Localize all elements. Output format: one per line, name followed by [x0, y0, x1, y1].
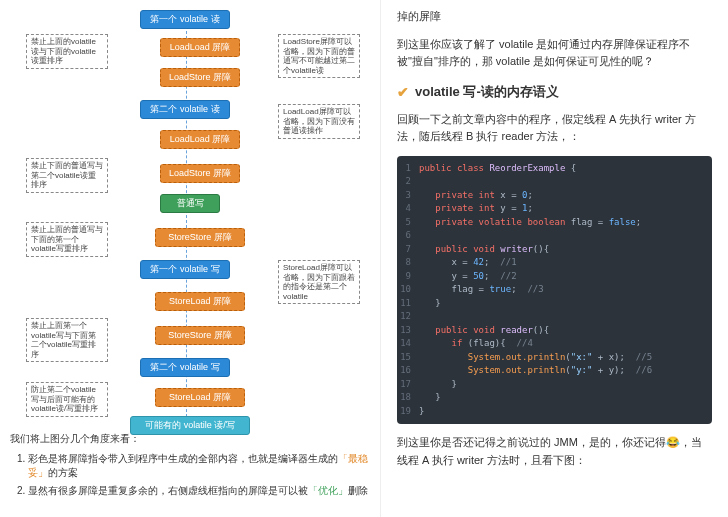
right-p3: 到这里你是否还记得之前说过的 JMM，是的，你还记得😂，当线程 A 执行 wri… — [397, 434, 712, 469]
line-number: 18 — [397, 391, 419, 405]
node-storeload-2: StoreLoad 屏障 — [155, 388, 245, 407]
code-line: 12 — [397, 310, 712, 324]
line-number: 3 — [397, 189, 419, 203]
code-line: 6 — [397, 229, 712, 243]
right-column: 掉的屏障 到这里你应该了解了 volatile 是如何通过内存屏障保证程序不被"… — [380, 0, 728, 517]
line-number: 16 — [397, 364, 419, 378]
check-icon: ✔ — [397, 84, 409, 100]
li1-a: 彩色是将屏障指令带入到程序中生成的全部内容，也就是编译器生成的 — [28, 453, 338, 464]
label-8: 防止第二个volatile写与后面可能有的volatile读/写重排序 — [26, 382, 108, 417]
code-line: 3 private int x = 0; — [397, 189, 712, 203]
code-text: } — [419, 378, 457, 392]
code-line: 11 } — [397, 297, 712, 311]
code-text: } — [419, 297, 441, 311]
label-4: 禁止下面的普通写与第二个volatile读重排序 — [26, 158, 108, 193]
li2-c: 删除 — [348, 485, 368, 496]
line-number: 8 — [397, 256, 419, 270]
code-line: 18 } — [397, 391, 712, 405]
label-5: 禁止上面的普通写与下面的第一个volatile写重排序 — [26, 222, 108, 257]
node-loadload-1: LoadLoad 屏障 — [160, 38, 240, 57]
line-number: 9 — [397, 270, 419, 284]
code-line: 10 flag = true; //3 — [397, 283, 712, 297]
line-number: 6 — [397, 229, 419, 243]
code-line: 17 } — [397, 378, 712, 392]
code-text: System.out.println("y:" + y); //6 — [419, 364, 652, 378]
list-item: 彩色是将屏障指令带入到程序中生成的全部内容，也就是编译器生成的「最稳妥」的方案 — [28, 452, 370, 480]
code-line: 9 y = 50; //2 — [397, 270, 712, 284]
line-number: 14 — [397, 337, 419, 351]
barrier-diagram: 第一个 volatile 读 禁止上面的volatile读与下面的volatil… — [10, 8, 370, 428]
code-text: y = 50; //2 — [419, 270, 517, 284]
node-loadload-2: LoadLoad 屏障 — [160, 130, 240, 149]
code-text: public void writer(){ — [419, 243, 549, 257]
code-text: public class ReorderExample { — [419, 162, 576, 176]
node-possible-volatile-rw: 可能有的 volatile 读/写 — [130, 416, 250, 435]
right-p1: 到这里你应该了解了 volatile 是如何通过内存屏障保证程序不被"擅自"排序… — [397, 36, 712, 71]
code-line: 16 System.out.println("y:" + y); //6 — [397, 364, 712, 378]
label-2: LoadStore屏障可以省略，因为下面的普通写不可能越过第二个volatile… — [278, 34, 360, 78]
line-number: 7 — [397, 243, 419, 257]
label-7: 禁止上面第一个volatile写与下面第二个volatile写重排序 — [26, 318, 108, 362]
code-line: 8 x = 42; //1 — [397, 256, 712, 270]
line-number: 1 — [397, 162, 419, 176]
li1-c: 的方案 — [48, 467, 78, 478]
code-text: x = 42; //1 — [419, 256, 517, 270]
code-text: System.out.println("x:" + x); //5 — [419, 351, 652, 365]
node-loadstore-1: LoadStore 屏障 — [160, 68, 240, 87]
node-normal-write: 普通写 — [160, 194, 220, 213]
right-p0: 掉的屏障 — [397, 8, 712, 26]
line-number: 17 — [397, 378, 419, 392]
code-text: public void reader(){ — [419, 324, 549, 338]
left-column: 第一个 volatile 读 禁止上面的volatile读与下面的volatil… — [0, 0, 380, 517]
left-list: 彩色是将屏障指令带入到程序中生成的全部内容，也就是编译器生成的「最稳妥」的方案 … — [28, 452, 370, 498]
code-line: 13 public void reader(){ — [397, 324, 712, 338]
code-line: 14 if (flag){ //4 — [397, 337, 712, 351]
code-text: if (flag){ //4 — [419, 337, 533, 351]
code-text: private int y = 1; — [419, 202, 533, 216]
node-second-volatile-write: 第二个 volatile 写 — [140, 358, 230, 377]
label-3: LoadLoad屏障可以省略，因为下面没有普通读操作 — [278, 104, 360, 139]
line-number: 19 — [397, 405, 419, 419]
section-heading: ✔ volatile 写-读的内存语义 — [397, 83, 712, 101]
line-number: 5 — [397, 216, 419, 230]
code-text: } — [419, 405, 424, 419]
code-text: flag = true; //3 — [419, 283, 544, 297]
line-number: 2 — [397, 175, 419, 189]
line-number: 12 — [397, 310, 419, 324]
heading-text: volatile 写-读的内存语义 — [415, 83, 559, 101]
code-block: 1public class ReorderExample {23 private… — [397, 156, 712, 425]
code-text: private volatile boolean flag = false; — [419, 216, 641, 230]
node-loadstore-2: LoadStore 屏障 — [160, 164, 240, 183]
code-line: 4 private int y = 1; — [397, 202, 712, 216]
code-line: 7 public void writer(){ — [397, 243, 712, 257]
code-line: 5 private volatile boolean flag = false; — [397, 216, 712, 230]
node-storestore-1: StoreStore 屏障 — [155, 228, 245, 247]
line-number: 15 — [397, 351, 419, 365]
node-first-volatile-write: 第一个 volatile 写 — [140, 260, 230, 279]
li2-a: 显然有很多屏障是重复多余的，右侧虚线框指向的屏障是可以被 — [28, 485, 308, 496]
right-p2: 回顾一下之前文章内容中的程序，假定线程 A 先执行 writer 方法，随后线程… — [397, 111, 712, 146]
node-storeload-1: StoreLoad 屏障 — [155, 292, 245, 311]
node-second-volatile-read: 第二个 volatile 读 — [140, 100, 230, 119]
line-number: 10 — [397, 283, 419, 297]
line-number: 4 — [397, 202, 419, 216]
code-line: 19} — [397, 405, 712, 419]
code-text: } — [419, 391, 441, 405]
code-line: 2 — [397, 175, 712, 189]
node-storestore-2: StoreStore 屏障 — [155, 326, 245, 345]
code-text: private int x = 0; — [419, 189, 533, 203]
label-1: 禁止上面的volatile读与下面的volatile读重排序 — [26, 34, 108, 69]
line-number: 11 — [397, 297, 419, 311]
label-6: StoreLoad屏障可以省略，因为下面跟着的指令还是第二个volatile — [278, 260, 360, 304]
node-first-volatile-read: 第一个 volatile 读 — [140, 10, 230, 29]
li2-b: 「优化」 — [308, 485, 348, 496]
list-item: 显然有很多屏障是重复多余的，右侧虚线框指向的屏障是可以被「优化」删除 — [28, 484, 370, 498]
code-line: 15 System.out.println("x:" + x); //5 — [397, 351, 712, 365]
code-line: 1public class ReorderExample { — [397, 162, 712, 176]
line-number: 13 — [397, 324, 419, 338]
